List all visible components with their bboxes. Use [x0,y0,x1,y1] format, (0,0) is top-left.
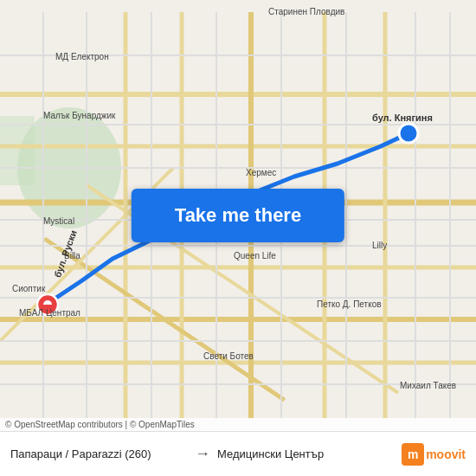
svg-rect-2 [0,116,35,185]
map-attribution: © OpenStreetMap contributors | © OpenMap… [0,418,476,431]
take-me-there-button[interactable]: Take me there [132,189,344,242]
app: Старинен Пловдив МД Електрон бул. Княгин… [0,0,476,476]
route-arrow-icon: → [195,445,210,463]
bottom-bar: Папараци / Paparazzi (260) → Медицински … [0,431,476,476]
to-stop-label: Медицински Център [217,447,324,460]
map-container: Старинен Пловдив МД Електрон бул. Княгин… [0,0,476,431]
from-stop: Папараци / Paparazzi (260) [10,447,188,460]
to-stop: Медицински Център [217,447,395,460]
moovit-logo: m moovit [402,443,466,466]
attribution-text: © OpenStreetMap contributors | © OpenMap… [5,420,195,429]
from-stop-label: Папараци / Paparazzi (260) [10,447,151,460]
svg-point-36 [399,124,418,143]
moovit-brand-text: moovit [426,447,466,461]
moovit-m-badge: m [402,443,424,466]
